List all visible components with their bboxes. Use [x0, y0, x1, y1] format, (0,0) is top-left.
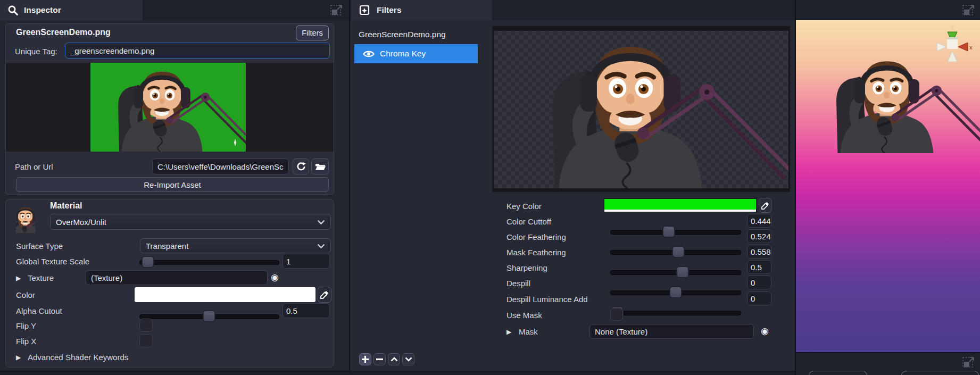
material-thumbnail — [16, 205, 35, 233]
unique-tag-input[interactable] — [65, 43, 330, 59]
alpha-cutout-slider[interactable] — [139, 314, 279, 319]
mask-value: None (Texture) — [595, 327, 647, 336]
tab-inspector[interactable]: Inspector — [0, 0, 143, 20]
scene-bottom-button[interactable] — [809, 371, 867, 375]
surface-type-label: Surface Type — [16, 241, 63, 251]
tab-filters-label: Filters — [377, 5, 402, 15]
mask-target-icon[interactable]: ◉ — [761, 327, 769, 336]
popout-icon-scene[interactable] — [961, 3, 976, 18]
move-filter-up-button[interactable] — [388, 353, 400, 365]
texture-foldout-icon[interactable]: ▶ — [16, 274, 21, 282]
texture-value: (Texture) — [91, 273, 122, 282]
color-cuttoff-label: Color Cuttoff — [506, 217, 551, 226]
texture-field[interactable]: (Texture) — [86, 270, 268, 285]
asset-title: GreenScreenDemo.png — [16, 28, 111, 37]
path-label: Path or Url — [15, 162, 53, 171]
path-input[interactable] — [152, 159, 289, 174]
filters-sparkle-icon — [359, 4, 371, 16]
color-label: Color — [16, 290, 35, 299]
chevron-down-icon — [317, 244, 325, 248]
alpha-cutout-value[interactable]: 0.5 — [283, 303, 330, 318]
use-mask-label: Use Mask — [506, 311, 542, 320]
color-feathering-label: Color Feathering — [506, 232, 566, 241]
move-filter-down-button[interactable] — [402, 353, 414, 365]
minus-icon — [376, 355, 384, 363]
add-filter-button[interactable] — [359, 353, 371, 365]
avatar-greenscreen — [90, 63, 246, 152]
chevron-down-icon — [317, 220, 325, 224]
gizmo-y-label: Y — [950, 24, 954, 31]
slider-thumb[interactable] — [203, 310, 215, 322]
advanced-foldout-icon[interactable]: ▶ — [16, 354, 21, 361]
despill-luminance-add-value[interactable]: 0 — [747, 291, 771, 305]
mask-feathering-label: Mask Feathering — [506, 248, 566, 257]
avatar-scene — [798, 51, 980, 153]
flip-x-label: Flip X — [16, 337, 36, 346]
visibility-eye-icon[interactable] — [363, 50, 375, 58]
filter-source-name[interactable]: GreenScreenDemo.png — [359, 30, 446, 39]
mask-field[interactable]: None (Texture) — [589, 324, 754, 339]
mask-label: Mask — [519, 327, 538, 336]
plus-icon — [361, 355, 369, 363]
sharpening-value[interactable]: 0.5 — [747, 260, 771, 274]
global-texture-scale-slider[interactable] — [139, 260, 279, 265]
reimport-button[interactable]: Re-Import Asset — [16, 177, 329, 192]
unique-tag-label: Unique Tag: — [15, 47, 57, 56]
slider-thumb[interactable] — [669, 286, 682, 298]
surface-type-dropdown[interactable]: Transparent — [140, 238, 331, 253]
flip-y-checkbox[interactable] — [139, 319, 153, 332]
shader-dropdown[interactable]: OverMox/Unlit — [50, 214, 331, 230]
refresh-icon — [296, 162, 306, 171]
key-color-label: Key Color — [506, 202, 542, 211]
slider-thumb[interactable] — [672, 246, 685, 258]
slider-thumb[interactable] — [142, 256, 154, 268]
color-feathering-value[interactable]: 0.5248 — [747, 229, 771, 243]
greenscreen-thumbnail — [90, 63, 246, 152]
search-icon — [7, 5, 19, 16]
scene-view[interactable]: Y x — [796, 20, 980, 352]
material-header: Material — [50, 201, 82, 211]
color-cuttoff-value[interactable]: 0.4446 — [747, 214, 771, 228]
chevron-up-icon — [391, 357, 398, 362]
despill-luminance-add-label: Despill Luminance Add — [506, 295, 588, 304]
sharpening-slider[interactable] — [610, 290, 741, 295]
advanced-shader-keywords-label[interactable]: Advanced Shader Keywords — [28, 353, 128, 362]
refresh-button[interactable] — [293, 159, 309, 174]
texture-label: Texture — [28, 273, 54, 282]
tab-filters[interactable]: Filters — [351, 0, 492, 20]
eyedropper-icon — [320, 290, 329, 299]
color-eyedropper-button[interactable] — [318, 287, 331, 303]
key-color-swatch[interactable] — [604, 198, 757, 212]
filters-button[interactable]: Filters — [296, 26, 329, 40]
folder-icon — [315, 162, 326, 171]
scene-bottom-button-2[interactable] — [901, 371, 979, 375]
color-swatch[interactable] — [135, 287, 315, 302]
shader-value: OverMox/Unlit — [56, 218, 106, 227]
despill-value[interactable]: 0 — [747, 276, 771, 289]
popout-icon-scene-bottom[interactable] — [961, 355, 976, 370]
key-color-eyedropper-button[interactable] — [759, 198, 771, 213]
despill-slider[interactable] — [610, 311, 741, 315]
eyedropper-icon — [761, 202, 769, 210]
filter-item-chroma-key[interactable]: Chroma Key — [354, 44, 478, 63]
slider-thumb[interactable] — [662, 226, 675, 238]
orientation-gizmo[interactable]: Y x — [932, 23, 973, 64]
mask-feathering-slider[interactable] — [610, 270, 741, 275]
browse-button[interactable] — [311, 159, 329, 174]
despill-label: Despill — [506, 279, 530, 288]
color-feathering-slider[interactable] — [610, 250, 741, 255]
flip-x-checkbox[interactable] — [139, 334, 153, 347]
sparkle-icon — [232, 139, 238, 146]
color-cuttoff-slider[interactable] — [610, 230, 741, 235]
flip-y-label: Flip Y — [16, 321, 36, 330]
remove-filter-button[interactable] — [373, 353, 386, 365]
chevron-down-icon — [405, 357, 412, 362]
texture-target-icon[interactable]: ◉ — [271, 273, 279, 282]
global-texture-scale-value[interactable]: 1 — [283, 254, 330, 269]
mask-foldout-icon[interactable]: ▶ — [506, 328, 511, 336]
slider-thumb[interactable] — [676, 266, 689, 278]
alpha-cutout-label: Alpha Cutout — [16, 306, 62, 315]
popout-icon[interactable] — [329, 3, 344, 18]
use-mask-checkbox[interactable] — [610, 308, 623, 321]
mask-feathering-value[interactable]: 0.5583 — [747, 245, 771, 259]
